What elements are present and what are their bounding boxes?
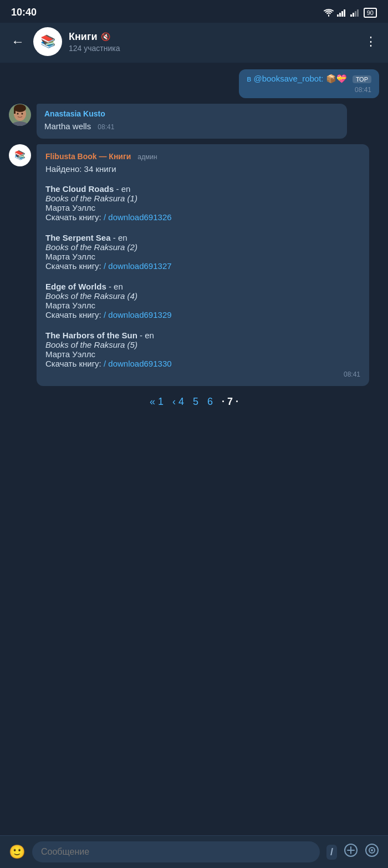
book-entry-1: The Cloud Roads - en Books of the Raksur…: [45, 184, 360, 222]
book1-title: The Cloud Roads - en: [45, 184, 360, 194]
signal-icon: [337, 9, 347, 17]
book4-author: Марта Уэллс: [45, 349, 360, 359]
top-badge: ТОР: [353, 75, 371, 83]
page-first[interactable]: « 1: [150, 396, 164, 408]
partial-message: в @booksave_robot: 📦💝 ТОР 08:41: [239, 69, 379, 98]
book4-download: Скачать книгу: / download691330: [45, 359, 360, 368]
status-bar: 10:40: [0, 0, 388, 23]
svg-rect-2: [341, 11, 343, 17]
msg3-row: 📚 Flibusta Book — Книги админ Найдено: 3…: [9, 144, 379, 387]
page-prev[interactable]: ‹ 4: [172, 396, 184, 408]
cmd-button[interactable]: /: [326, 845, 337, 860]
status-time: 10:40: [11, 7, 37, 18]
book1-download: Скачать книгу: / download691326: [45, 212, 360, 222]
wifi-icon: [324, 9, 334, 17]
svg-point-10: [14, 104, 26, 112]
svg-rect-3: [344, 9, 345, 17]
svg-rect-1: [339, 13, 341, 17]
msg1-time: 08:41: [247, 86, 371, 94]
svg-point-20: [371, 849, 373, 851]
svg-rect-4: [350, 14, 352, 17]
input-bar: 🙂 /: [0, 835, 388, 868]
bot-sender: Flibusta Book — Книги админ: [45, 152, 360, 161]
svg-point-13: [22, 113, 23, 115]
book3-link[interactable]: / download691329: [104, 310, 172, 319]
header: ← 📚 Книги 🔇 124 участника ⋮: [0, 23, 388, 63]
attach-icon: [344, 843, 358, 857]
msg2-bubble: Anastasia Kusto Martha wells 08:41: [37, 104, 347, 139]
book2-link[interactable]: / download691327: [104, 261, 172, 271]
book2-series: Books of the Raksura (2): [45, 242, 360, 252]
book3-series: Books of the Raksura (4): [45, 291, 360, 301]
mute-icon: 🔇: [101, 32, 110, 41]
book3-title: Edge of Worlds - en: [45, 282, 360, 291]
bot-bubble: Flibusta Book — Книги админ Найдено: 34 …: [37, 144, 369, 387]
book-entry-3: Edge of Worlds - en Books of the Raksura…: [45, 282, 360, 319]
group-name: Книги 🔇: [69, 31, 356, 43]
book3-download: Скачать книгу: / download691329: [45, 310, 360, 319]
book4-link[interactable]: / download691330: [104, 359, 172, 368]
book1-series: Books of the Raksura (1): [45, 194, 360, 203]
book1-author: Марта Уэллс: [45, 203, 360, 212]
svg-point-12: [17, 113, 19, 115]
message-input[interactable]: [32, 841, 320, 862]
bot-avatar: 📚: [9, 144, 31, 166]
camera-button[interactable]: [365, 843, 379, 861]
back-button[interactable]: ←: [9, 32, 27, 52]
book2-title: The Serpent Sea - en: [45, 233, 360, 242]
svg-rect-7: [357, 9, 359, 17]
book2-download: Скачать книгу: / download691327: [45, 261, 360, 271]
page-6[interactable]: 6: [207, 396, 213, 408]
user-avatar: [9, 104, 31, 126]
partial-text: в @booksave_robot: 📦💝 ТОР: [247, 74, 371, 84]
msg2-row: Anastasia Kusto Martha wells 08:41: [9, 104, 379, 139]
book4-series: Books of the Raksura (5): [45, 340, 360, 349]
user-photo-svg: [9, 104, 31, 126]
bot-intro: Найдено: 34 книги: [45, 163, 360, 176]
group-avatar: 📚: [33, 27, 62, 56]
svg-rect-11: [14, 108, 16, 114]
book-entry-2: The Serpent Sea - en Books of the Raksur…: [45, 233, 360, 271]
status-icons: 90: [324, 8, 377, 18]
attach-button[interactable]: [344, 843, 358, 861]
msg2-sender: Anastasia Kusto: [44, 109, 339, 118]
emoji-button[interactable]: 🙂: [9, 844, 25, 860]
battery-icon: 90: [364, 8, 377, 18]
admin-badge: админ: [137, 153, 157, 161]
book4-title: The Harbors of the Sun - en: [45, 331, 360, 340]
msg2-text: Martha wells 08:41: [44, 120, 339, 133]
bot-msg-time: 08:41: [45, 370, 360, 378]
book-entry-4: The Harbors of the Sun - en Books of the…: [45, 331, 360, 368]
book1-link[interactable]: / download691326: [104, 212, 172, 222]
page-7-current[interactable]: · 7 ·: [222, 396, 238, 408]
camera-icon: [365, 843, 379, 857]
chat-area: в @booksave_robot: 📦💝 ТОР 08:41: [0, 63, 388, 811]
book2-author: Марта Уэллс: [45, 252, 360, 261]
pagination: « 1 ‹ 4 5 6 · 7 ·: [9, 392, 379, 417]
svg-rect-6: [355, 11, 356, 17]
group-info: Книги 🔇 124 участника: [69, 31, 356, 53]
group-members: 124 участника: [69, 44, 356, 53]
svg-rect-5: [353, 13, 354, 17]
more-button[interactable]: ⋮: [363, 32, 379, 51]
page-5[interactable]: 5: [193, 396, 198, 408]
msg2-time: 08:41: [98, 123, 114, 131]
book3-author: Марта Уэллс: [45, 301, 360, 310]
signal2-icon: [350, 9, 360, 17]
svg-rect-0: [337, 14, 339, 17]
